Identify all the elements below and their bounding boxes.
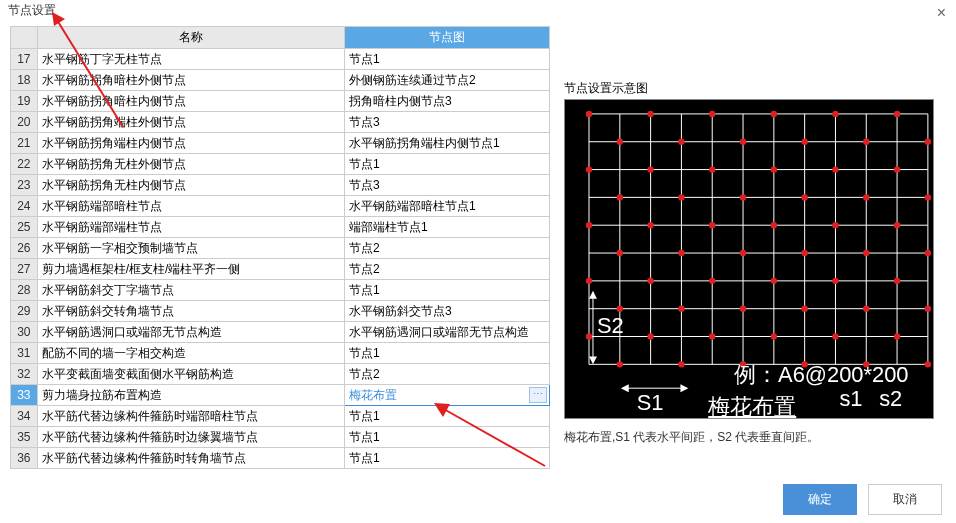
name-cell[interactable]: 水平钢筋遇洞口或端部无节点构造	[37, 322, 344, 343]
name-cell[interactable]: 水平钢筋拐角暗柱内侧节点	[37, 91, 344, 112]
name-cell[interactable]: 水平钢筋端部端柱节点	[37, 217, 344, 238]
name-cell[interactable]: 水平钢筋一字相交预制墙节点	[37, 238, 344, 259]
name-cell[interactable]: 水平钢筋拐角无柱外侧节点	[37, 154, 344, 175]
svg-point-36	[709, 166, 715, 172]
cancel-button[interactable]: 取消	[868, 484, 942, 515]
svg-point-58	[586, 278, 592, 284]
table-row[interactable]: 28水平钢筋斜交丁字墙节点节点1	[11, 280, 550, 301]
node-cell[interactable]: 节点3	[345, 112, 550, 133]
node-cell[interactable]: 节点3	[345, 175, 550, 196]
name-cell[interactable]: 水平钢筋斜交转角墙节点	[37, 301, 344, 322]
ellipsis-button[interactable]: ⋯	[529, 387, 547, 403]
svg-point-70	[586, 333, 592, 339]
svg-point-61	[771, 278, 777, 284]
row-number: 33	[11, 385, 38, 406]
name-cell[interactable]: 水平筋代替边缘构件箍筋时端部暗柱节点	[37, 406, 344, 427]
table-row[interactable]: 32水平变截面墙变截面侧水平钢筋构造节点2	[11, 364, 550, 385]
table-row[interactable]: 36水平筋代替边缘构件箍筋时转角墙节点节点1	[11, 448, 550, 469]
svg-marker-87	[680, 384, 688, 392]
svg-marker-83	[589, 291, 597, 299]
table-row[interactable]: 21水平钢筋拐角端柱内侧节点水平钢筋拐角端柱内侧节点1	[11, 133, 550, 154]
svg-point-63	[894, 278, 900, 284]
s1-label: S1	[637, 390, 664, 415]
node-cell[interactable]: 节点1	[345, 280, 550, 301]
table-row[interactable]: 26水平钢筋一字相交预制墙节点节点2	[11, 238, 550, 259]
table-row[interactable]: 31配筋不同的墙一字相交构造节点1	[11, 343, 550, 364]
table-row[interactable]: 24水平钢筋端部暗柱节点水平钢筋端部暗柱节点1	[11, 196, 550, 217]
node-cell[interactable]: 节点1	[345, 406, 550, 427]
row-number: 22	[11, 154, 38, 175]
table-row[interactable]: 33剪力墙身拉筋布置构造⋯	[11, 385, 550, 406]
name-cell[interactable]: 水平钢筋斜交丁字墙节点	[37, 280, 344, 301]
table-row[interactable]: 34水平筋代替边缘构件箍筋时端部暗柱节点节点1	[11, 406, 550, 427]
svg-point-68	[863, 306, 869, 312]
svg-point-62	[832, 278, 838, 284]
name-cell[interactable]: 水平变截面墙变截面侧水平钢筋构造	[37, 364, 344, 385]
table-row[interactable]: 30水平钢筋遇洞口或端部无节点构造水平钢筋遇洞口或端部无节点构造	[11, 322, 550, 343]
name-cell[interactable]: 水平筋代替边缘构件箍筋时边缘翼墙节点	[37, 427, 344, 448]
node-cell[interactable]: 节点1	[345, 448, 550, 469]
name-cell[interactable]: 水平钢筋拐角端柱外侧节点	[37, 112, 344, 133]
table-row[interactable]: 22水平钢筋拐角无柱外侧节点节点1	[11, 154, 550, 175]
row-number: 21	[11, 133, 38, 154]
close-icon[interactable]: ×	[937, 4, 946, 22]
node-cell[interactable]: 节点2	[345, 238, 550, 259]
svg-point-32	[863, 139, 869, 145]
table-row[interactable]: 19水平钢筋拐角暗柱内侧节点拐角暗柱内侧节点3	[11, 91, 550, 112]
table-row[interactable]: 35水平筋代替边缘构件箍筋时边缘翼墙节点节点1	[11, 427, 550, 448]
ok-button[interactable]: 确定	[783, 484, 857, 515]
svg-point-66	[740, 306, 746, 312]
table-row[interactable]: 23水平钢筋拐角无柱内侧节点节点3	[11, 175, 550, 196]
name-cell[interactable]: 水平钢筋拐角端柱内侧节点	[37, 133, 344, 154]
row-number: 27	[11, 259, 38, 280]
node-cell[interactable]: 节点1	[345, 427, 550, 448]
node-cell[interactable]: 水平钢筋端部暗柱节点1	[345, 196, 550, 217]
node-cell[interactable]: 节点1	[345, 154, 550, 175]
node-cell[interactable]: 外侧钢筋连续通过节点2	[345, 70, 550, 91]
node-cell-input[interactable]	[345, 385, 527, 405]
name-cell[interactable]: 剪力墙遇框架柱/框支柱/端柱平齐一侧	[37, 259, 344, 280]
node-cell[interactable]: 端部端柱节点1	[345, 217, 550, 238]
node-cell[interactable]: 拐角暗柱内侧节点3	[345, 91, 550, 112]
row-number: 26	[11, 238, 38, 259]
svg-point-38	[832, 166, 838, 172]
node-cell[interactable]: 水平钢筋拐角端柱内侧节点1	[345, 133, 550, 154]
name-cell[interactable]: 水平筋代替边缘构件箍筋时转角墙节点	[37, 448, 344, 469]
svg-point-37	[771, 166, 777, 172]
preview-description: 梅花布置,S1 代表水平间距，S2 代表垂直间距。	[564, 429, 934, 446]
name-cell[interactable]: 水平钢筋端部暗柱节点	[37, 196, 344, 217]
svg-point-28	[617, 139, 623, 145]
table-row[interactable]: 20水平钢筋拐角端柱外侧节点节点3	[11, 112, 550, 133]
node-cell[interactable]: 水平钢筋斜交节点3	[345, 301, 550, 322]
svg-point-33	[925, 139, 931, 145]
name-cell[interactable]: 水平钢筋拐角暗柱外侧节点	[37, 70, 344, 91]
svg-point-73	[771, 333, 777, 339]
name-cell[interactable]: 水平钢筋丁字无柱节点	[37, 49, 344, 70]
svg-point-43	[801, 194, 807, 200]
row-number: 23	[11, 175, 38, 196]
table-row[interactable]: 29水平钢筋斜交转角墙节点水平钢筋斜交节点3	[11, 301, 550, 322]
node-cell[interactable]: 节点2	[345, 259, 550, 280]
svg-point-64	[617, 306, 623, 312]
svg-point-71	[647, 333, 653, 339]
svg-point-42	[740, 194, 746, 200]
row-number: 25	[11, 217, 38, 238]
table-row[interactable]: 17水平钢筋丁字无柱节点节点1	[11, 49, 550, 70]
node-cell[interactable]: 水平钢筋遇洞口或端部无节点构造	[345, 322, 550, 343]
svg-point-24	[709, 111, 715, 117]
name-cell[interactable]: 水平钢筋拐角无柱内侧节点	[37, 175, 344, 196]
svg-point-29	[678, 139, 684, 145]
table-row[interactable]: 18水平钢筋拐角暗柱外侧节点外侧钢筋连续通过节点2	[11, 70, 550, 91]
node-cell[interactable]: 节点1	[345, 343, 550, 364]
row-number: 30	[11, 322, 38, 343]
table-row[interactable]: 25水平钢筋端部端柱节点端部端柱节点1	[11, 217, 550, 238]
row-number: 24	[11, 196, 38, 217]
name-cell[interactable]: 剪力墙身拉筋布置构造	[37, 385, 344, 406]
node-cell[interactable]: 节点1	[345, 49, 550, 70]
table-row[interactable]: 27剪力墙遇框架柱/框支柱/端柱平齐一侧节点2	[11, 259, 550, 280]
node-cell[interactable]: 节点2	[345, 364, 550, 385]
row-number: 19	[11, 91, 38, 112]
svg-point-77	[678, 361, 684, 367]
name-cell[interactable]: 配筋不同的墙一字相交构造	[37, 343, 344, 364]
node-cell[interactable]: ⋯	[345, 385, 550, 406]
